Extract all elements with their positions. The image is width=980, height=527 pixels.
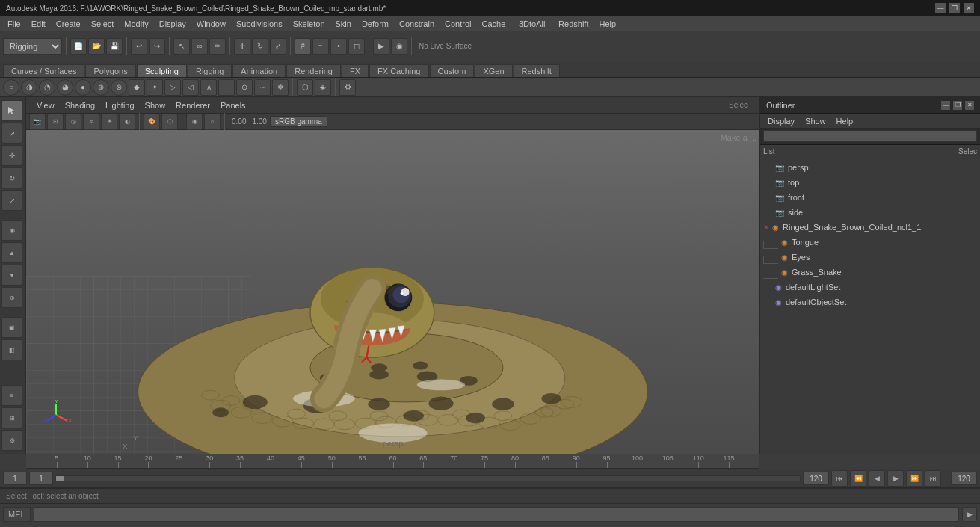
playback-end-input[interactable] (951, 472, 977, 485)
sculpt-wax-btn[interactable]: ✦ (147, 79, 163, 96)
render-layer-btn[interactable]: ◧ (1, 339, 22, 360)
tool-settings-btn[interactable]: ⚙ (1, 430, 22, 451)
vp-menu-renderer[interactable]: Renderer (171, 100, 215, 111)
sculpt-smooth-btn[interactable]: ◔ (39, 79, 55, 96)
play-fwd-btn[interactable]: ▶ (887, 470, 904, 487)
snap-surface-btn[interactable]: ◻ (348, 38, 365, 55)
out-menu-display[interactable]: Display (763, 116, 799, 126)
current-frame-input[interactable] (29, 472, 53, 485)
start-frame-input[interactable] (3, 472, 27, 485)
sculpt-sym-btn[interactable]: ⬡ (297, 79, 313, 96)
vp-smooth-btn[interactable]: ◎ (65, 114, 81, 130)
menu-select[interactable]: Select (87, 19, 119, 29)
snap-grid-btn[interactable]: # (295, 38, 311, 55)
tree-item-tongue[interactable]: ◉ Tongue (760, 235, 980, 250)
sculpt-pull-btn[interactable]: ▼ (1, 265, 22, 286)
menu-constrain[interactable]: Constrain (395, 19, 439, 29)
go-end-btn[interactable]: ⏭ (925, 470, 941, 487)
vp-light-btn[interactable]: ☀ (101, 114, 117, 130)
tree-item-default-light-set[interactable]: ◉ defaultLightSet (760, 280, 980, 295)
sculpt-fill-btn[interactable]: ◁ (182, 79, 199, 96)
sculpt-repeat-btn[interactable]: ⊗ (111, 79, 127, 96)
menu-display[interactable]: Display (155, 19, 191, 29)
sculpt-knife-btn[interactable]: ∧ (200, 79, 217, 96)
vp-ao-btn[interactable]: ○ (204, 114, 221, 130)
open-scene-btn[interactable]: 📂 (88, 38, 105, 55)
sculpt-freeze-btn[interactable]: ❄ (272, 79, 289, 96)
vp-grid-btn[interactable]: # (83, 114, 99, 130)
sculpt-spray-btn[interactable]: ⊕ (93, 79, 109, 96)
menu-file[interactable]: File (3, 19, 25, 29)
tab-fx[interactable]: FX (342, 64, 369, 77)
rotate-btn[interactable]: ↻ (252, 38, 268, 55)
vp-texture-btn[interactable]: ⬡ (161, 114, 178, 130)
show-manip-btn[interactable]: ⊕ (1, 287, 22, 308)
out-menu-show[interactable]: Show (801, 116, 830, 126)
menu-subdivisions[interactable]: Subdivisions (232, 19, 287, 29)
lasso-btn[interactable]: ∞ (191, 38, 208, 55)
menu-edit[interactable]: Edit (27, 19, 50, 29)
sculpt-scrape-btn[interactable]: ▷ (164, 79, 181, 96)
new-scene-btn[interactable]: 📄 (70, 38, 87, 55)
snap-point-btn[interactable]: • (330, 38, 347, 55)
tree-item-front[interactable]: 📷 front (760, 190, 980, 205)
sculpt-relax-btn[interactable]: ○ (3, 79, 19, 96)
rotate-tool-btn[interactable]: ↻ (1, 167, 22, 188)
ipr-btn[interactable]: ◉ (391, 38, 407, 55)
tree-item-grass-snake[interactable]: ◉ Grass_Snake (760, 265, 980, 280)
scale-tool-btn[interactable]: ⤢ (1, 190, 22, 211)
tab-fx-caching[interactable]: FX Caching (369, 64, 428, 77)
close-btn[interactable]: ✕ (964, 3, 974, 13)
tab-rigging[interactable]: Rigging (188, 64, 232, 77)
vp-camera-btn[interactable]: 📷 (29, 114, 46, 130)
tree-item-eyes[interactable]: ◉ Eyes (760, 250, 980, 265)
render-btn[interactable]: ▶ (373, 38, 389, 55)
play-back-btn[interactable]: ◀ (869, 470, 885, 487)
sculpt-imprint-btn[interactable]: ◆ (129, 79, 145, 96)
outliner-maximize-btn[interactable]: ❐ (953, 101, 962, 110)
end-frame-input[interactable] (803, 472, 829, 485)
prev-frame-btn[interactable]: ⏪ (850, 470, 866, 487)
sculpt-smear-btn[interactable]: ⌒ (218, 79, 235, 96)
gamma-selector[interactable]: sRGB gamma (270, 116, 327, 127)
move-tool-btn[interactable]: ✛ (1, 145, 22, 166)
menu-control[interactable]: Control (440, 19, 475, 29)
paint-select-tool-btn[interactable]: ↗ (1, 123, 22, 144)
save-scene-btn[interactable]: 💾 (106, 38, 123, 55)
minimize-btn[interactable]: — (935, 3, 946, 13)
select-btn[interactable]: ↖ (173, 38, 190, 55)
paint-select-btn[interactable]: ✏ (209, 38, 226, 55)
tab-rendering[interactable]: Rendering (286, 64, 341, 77)
tab-sculpting[interactable]: Sculpting (137, 64, 187, 77)
sculpt-bulge-btn[interactable]: ⊙ (236, 79, 253, 96)
outliner-close-btn[interactable]: ✕ (965, 101, 974, 110)
maximize-btn[interactable]: ❐ (949, 3, 960, 13)
sculpt-display-btn[interactable]: ◈ (315, 79, 331, 96)
display-layer-btn[interactable]: ▣ (1, 317, 22, 338)
sculpt-foamy-btn[interactable]: ● (75, 79, 91, 96)
sculpt-amplify-btn[interactable]: ∼ (254, 79, 271, 96)
tab-redshift[interactable]: Redshift (514, 64, 560, 77)
vp-menu-show[interactable]: Show (141, 100, 170, 111)
attr-editor-btn[interactable]: ⊞ (1, 407, 22, 428)
playback-range-handle-start[interactable] (56, 476, 64, 481)
tree-item-default-object-set[interactable]: ◉ defaultObjectSet (760, 295, 980, 309)
menu-help[interactable]: Help (594, 19, 620, 29)
timeline-ruler[interactable]: 5101520253035404550556065707580859095100… (26, 454, 759, 469)
outliner-minimize-btn[interactable]: — (941, 101, 950, 110)
tab-custom[interactable]: Custom (430, 64, 475, 77)
tab-xgen[interactable]: XGen (475, 64, 512, 77)
sculpt-grab-btn[interactable]: ◑ (21, 79, 37, 96)
menu-cache[interactable]: Cache (478, 19, 511, 29)
sculpt-settings-btn[interactable]: ⚙ (339, 79, 356, 96)
menu-skeleton[interactable]: Skeleton (289, 19, 330, 29)
snap-curve-btn[interactable]: ~ (312, 38, 329, 55)
sculpt-push-btn[interactable]: ▲ (1, 242, 22, 263)
vp-menu-shading[interactable]: Shading (61, 100, 99, 111)
mel-input[interactable] (34, 507, 959, 522)
tab-animation[interactable]: Animation (232, 64, 286, 77)
tree-item-persp[interactable]: 📷 persp (760, 160, 980, 175)
tree-item-ringed-snake[interactable]: ✕ ◉ Ringed_Snake_Brown_Coiled_ncl1_1 (760, 220, 980, 235)
tree-item-side[interactable]: 📷 side (760, 205, 980, 220)
menu-deform[interactable]: Deform (357, 19, 393, 29)
